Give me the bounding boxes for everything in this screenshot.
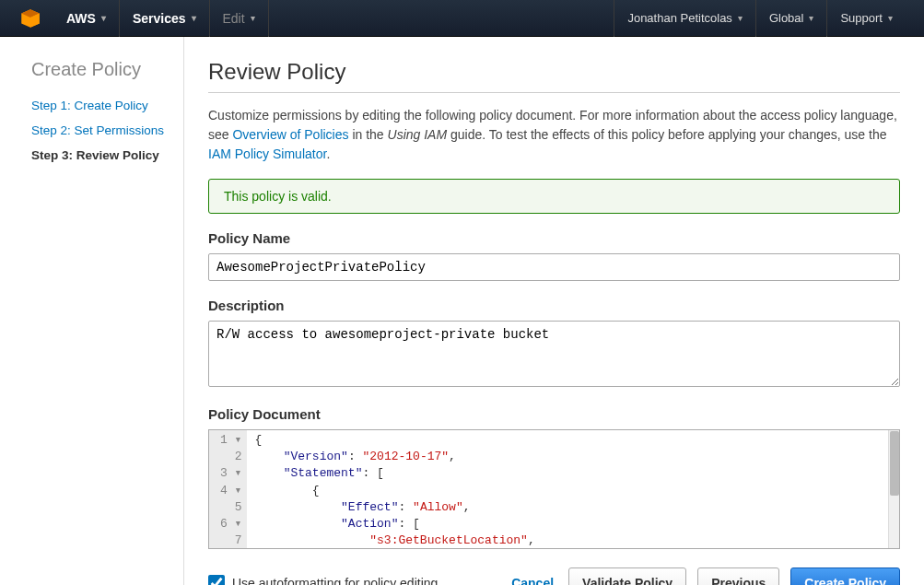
autoformat-label: Use autoformatting for policy editing: [232, 576, 438, 585]
policy-name-input[interactable]: [208, 253, 900, 281]
nav-support-menu[interactable]: Support ▾: [826, 0, 906, 37]
step-label: Review Policy: [76, 148, 159, 162]
footer-actions: Use autoformatting for policy editing Ca…: [208, 567, 900, 585]
editor-scrollbar[interactable]: [888, 430, 899, 548]
previous-button[interactable]: Previous: [697, 567, 779, 585]
policy-document-editor[interactable]: 1 ▾2 3 ▾4 ▾5 6 ▾7 8 9 { "Version": "2012…: [208, 429, 900, 549]
step-prefix: Step 1:: [31, 99, 71, 112]
caret-down-icon: ▾: [809, 13, 813, 23]
step-label: Create Policy: [75, 99, 148, 112]
description-textarea[interactable]: [208, 321, 900, 387]
step-prefix: Step 3:: [31, 148, 73, 162]
caret-down-icon: ▾: [738, 13, 743, 23]
step-label: Set Permissions: [75, 123, 165, 137]
nav-edit-label: Edit: [223, 11, 245, 26]
page-title: Review Policy: [208, 59, 900, 93]
aws-logo-icon[interactable]: [18, 6, 42, 30]
top-navigation: AWS ▾ Services ▾ Edit ▾ Jonathan Petitco…: [0, 0, 924, 37]
sidebar-step-3[interactable]: Step 3: Review Policy: [31, 148, 165, 162]
sidebar-step-1[interactable]: Step 1: Create Policy: [31, 99, 165, 112]
nav-support-label: Support: [840, 11, 883, 25]
sidebar-title: Create Policy: [31, 59, 165, 80]
scrollbar-thumb[interactable]: [890, 431, 899, 496]
intro-text: Customize permissions by editing the fol…: [208, 106, 900, 164]
policy-valid-alert: This policy is valid.: [208, 179, 900, 214]
editor-gutter: 1 ▾2 3 ▾4 ▾5 6 ▾7 8 9: [209, 430, 247, 548]
policy-document-label: Policy Document: [208, 406, 900, 422]
nav-region-label: Global: [769, 11, 804, 25]
nav-user-label: Jonathan Petitcolas: [627, 11, 731, 25]
wizard-sidebar: Create Policy Step 1: Create Policy Step…: [0, 37, 184, 585]
nav-user-menu[interactable]: Jonathan Petitcolas ▾: [614, 0, 754, 37]
policy-name-label: Policy Name: [208, 230, 900, 246]
sidebar-step-2[interactable]: Step 2: Set Permissions: [31, 123, 165, 137]
caret-down-icon: ▾: [101, 13, 106, 23]
nav-services-label: Services: [133, 11, 186, 26]
autoformat-checkbox[interactable]: [208, 575, 225, 585]
overview-policies-link[interactable]: Overview of Policies: [232, 127, 348, 142]
nav-edit-menu[interactable]: Edit ▾: [210, 0, 269, 37]
caret-down-icon: ▾: [192, 13, 196, 23]
editor-code[interactable]: { "Version": "2012-10-17", "Statement": …: [247, 430, 888, 548]
step-prefix: Step 2:: [31, 123, 71, 137]
nav-aws-label: AWS: [66, 11, 96, 26]
validate-policy-button[interactable]: Validate Policy: [568, 567, 686, 585]
nav-aws-menu[interactable]: AWS ▾: [53, 0, 120, 37]
main-content: Review Policy Customize permissions by e…: [184, 37, 924, 585]
caret-down-icon: ▾: [888, 13, 893, 23]
caret-down-icon: ▾: [251, 13, 255, 23]
cancel-button[interactable]: Cancel: [508, 568, 557, 585]
autoformat-checkbox-wrap[interactable]: Use autoformatting for policy editing: [208, 575, 438, 585]
nav-region-menu[interactable]: Global ▾: [755, 0, 827, 37]
nav-services-menu[interactable]: Services ▾: [120, 0, 210, 37]
create-policy-button[interactable]: Create Policy: [790, 567, 900, 585]
description-label: Description: [208, 298, 900, 313]
policy-simulator-link[interactable]: IAM Policy Simulator: [208, 146, 326, 161]
